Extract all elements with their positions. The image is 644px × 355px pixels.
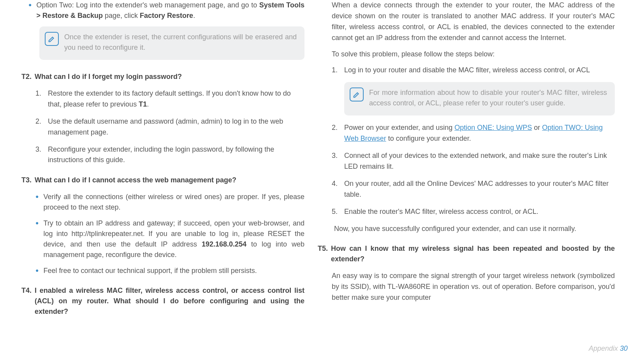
bullet-item: ● Verify all the connections (either wir…: [28, 192, 304, 213]
text: .: [193, 12, 195, 19]
item-number: 5.: [332, 206, 344, 217]
bullet-item: ● Try to obtain an IP address and gatewa…: [28, 218, 304, 260]
bullet-icon: ●: [35, 266, 39, 276]
heading-text: I enabled a wireless MAC filter, wireles…: [35, 285, 304, 317]
bullet-icon: ●: [35, 192, 39, 213]
item-text: On your router, add all the Online Devic…: [344, 178, 615, 200]
paragraph: To solve this problem, please follow the…: [332, 49, 615, 60]
t2-heading: T2. What can I do if I forget my login p…: [21, 72, 304, 82]
bold: Factory Restore: [140, 12, 193, 19]
bullet-text: Feel free to contact our technical suppo…: [43, 266, 304, 276]
bullet-icon: ●: [35, 218, 39, 260]
list-item: 3. Reconfigure your extender, including …: [35, 144, 304, 166]
list-item: 4. On your router, add all the Online De…: [332, 178, 615, 200]
text: page, click: [103, 12, 140, 19]
text: Power on your extender, and using: [344, 124, 454, 131]
text: to configure your extender.: [386, 135, 471, 142]
edit-icon: [45, 32, 59, 46]
item-number: 3.: [35, 144, 48, 166]
bullet-text: Try to obtain an IP address and gateway;…: [43, 218, 304, 260]
left-column: ● Option Two: Log into the extender's we…: [12, 0, 322, 323]
heading-text: What can I do if I forget my login passw…: [35, 72, 304, 82]
item-text: Reconfigure your extender, including the…: [48, 144, 304, 166]
heading-code: T5.: [318, 243, 331, 264]
paragraph: When a device connects through the exten…: [332, 0, 615, 44]
note-text: Once the extender is reset, the current …: [64, 32, 297, 53]
item-number: 3.: [332, 150, 344, 172]
text: Option Two: Log into the extender's web …: [36, 1, 259, 9]
footer-label: Appendix: [589, 345, 620, 352]
text: .: [147, 100, 149, 108]
bullet-item: ● Feel free to contact our technical sup…: [28, 266, 304, 276]
list-item: 3. Connect all of your devices to the ex…: [332, 150, 615, 172]
list-item: 2. Use the default username and password…: [35, 116, 304, 138]
edit-icon: [350, 87, 364, 101]
bullet-text: Verify all the connections (either wirel…: [43, 192, 304, 213]
heading-text: What can I do if I cannot access the web…: [35, 175, 304, 185]
text: or: [532, 124, 542, 131]
page-container: ● Option Two: Log into the extender's we…: [0, 0, 644, 323]
item-text: Log in to your router and disable the MA…: [344, 65, 615, 76]
list-item: 2. Power on your extender, and using Opt…: [332, 122, 615, 144]
item-text: Connect all of your devices to the exten…: [344, 150, 615, 172]
item-number: 2.: [332, 122, 344, 144]
heading-code: T2.: [21, 72, 35, 82]
link-option-one[interactable]: Option ONE: Using WPS: [454, 124, 532, 131]
option-two-text: Option Two: Log into the extender's web …: [36, 0, 304, 21]
note-box: Once the extender is reset, the current …: [39, 26, 304, 60]
list-item: 1. Restore the extender to its factory d…: [35, 88, 304, 110]
t4-heading: T4. I enabled a wireless MAC filter, wir…: [21, 285, 304, 317]
item-number: 2.: [35, 116, 48, 138]
note-text: For more information about how to disabl…: [369, 87, 607, 108]
page-footer: Appendix 30: [589, 345, 628, 353]
item-text: Restore the extender to its factory defa…: [48, 88, 304, 110]
heading-code: T3.: [21, 175, 35, 185]
text: Restore the extender to its factory defa…: [48, 89, 291, 108]
list-item: 1. Log in to your router and disable the…: [332, 65, 615, 76]
bold: T1: [139, 100, 147, 108]
heading-text: How can I know that my wireless signal h…: [331, 243, 615, 264]
item-text: Enable the router's MAC filter, wireless…: [344, 206, 615, 217]
t5-heading: T5. How can I know that my wireless sign…: [318, 243, 615, 264]
list-item: 5. Enable the router's MAC filter, wirel…: [332, 206, 615, 217]
paragraph: Now, you have successfully configured yo…: [334, 224, 615, 234]
item-number: 1.: [332, 65, 344, 76]
note-box: For more information about how to disabl…: [344, 82, 615, 115]
bold: 192.168.0.254: [202, 240, 246, 248]
heading-code: T4.: [21, 285, 35, 317]
page-number: 30: [620, 345, 628, 352]
option-two-bullet: ● Option Two: Log into the extender's we…: [21, 0, 304, 21]
t3-heading: T3. What can I do if I cannot access the…: [21, 175, 304, 185]
item-number: 4.: [332, 178, 344, 200]
paragraph: An easy way is to compare the signal str…: [332, 271, 615, 303]
item-number: 1.: [35, 88, 48, 110]
item-text: Use the default username and password (a…: [48, 116, 304, 138]
item-text: Power on your extender, and using Option…: [344, 122, 615, 144]
right-column: When a device connects through the exten…: [322, 0, 632, 323]
bullet-icon: ●: [28, 0, 32, 21]
